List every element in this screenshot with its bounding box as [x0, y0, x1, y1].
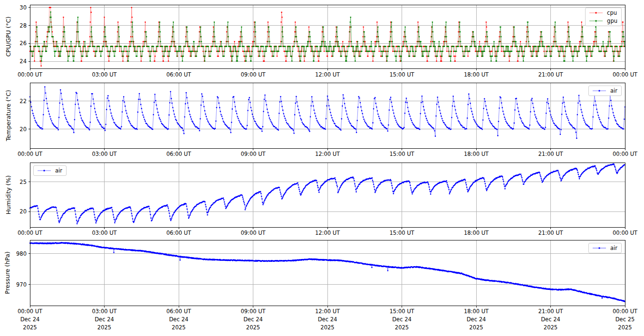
x-tick-label: 00:00 UT	[596, 230, 644, 236]
legend-line-sample	[589, 10, 603, 15]
x-tick-year-label: 2025	[225, 324, 282, 331]
y-tick-label: 26	[5, 40, 27, 47]
legend-entry-gpu: gpu	[589, 18, 617, 24]
x-tick-label: 09:00 UT	[225, 71, 282, 78]
legend-label: air	[610, 245, 617, 251]
x-tick-date-label: Dec 24	[150, 316, 207, 323]
legend-1: air	[588, 86, 622, 96]
legend-2: air	[33, 165, 67, 176]
legend-label: air	[610, 87, 617, 94]
x-tick-label: 00:00 UT	[596, 151, 644, 157]
x-tick-label: 09:00 UT	[225, 308, 282, 315]
x-tick-label: 00:00 UT	[596, 308, 644, 315]
x-tick-label: 21:00 UT	[522, 308, 579, 315]
y-tick-label: 30	[5, 4, 27, 11]
x-tick-label: 12:00 UT	[299, 71, 356, 78]
x-tick-year-label: 2025	[374, 324, 431, 331]
x-tick-year-label: 2025	[299, 324, 356, 331]
legend-entry-air: air	[592, 87, 617, 94]
x-tick-label: 15:00 UT	[374, 230, 431, 236]
x-tick-label: 03:00 UT	[76, 308, 133, 315]
x-tick-label: 06:00 UT	[150, 230, 207, 236]
x-tick-label: 18:00 UT	[448, 230, 505, 236]
x-tick-date-label: Dec 24	[225, 316, 282, 323]
x-tick-label: 21:00 UT	[522, 230, 579, 236]
figure: CPU/GPU (°C) Temperature (°C) Humidity (…	[0, 0, 644, 336]
x-tick-label: 15:00 UT	[374, 308, 431, 315]
x-tick-year-label: 2025	[1, 324, 58, 331]
legend-label: air	[55, 167, 62, 174]
x-tick-label: 06:00 UT	[150, 71, 207, 78]
y-tick-label: 28	[5, 22, 27, 29]
y-tick-label: 22	[5, 98, 27, 105]
y-tick-label: 25	[5, 179, 27, 185]
x-tick-date-label: Dec 24	[299, 316, 356, 323]
x-tick-label: 21:00 UT	[522, 151, 579, 157]
x-tick-label: 03:00 UT	[76, 151, 133, 157]
x-tick-label: 00:00 UT	[1, 151, 58, 157]
x-tick-label: 03:00 UT	[76, 230, 133, 236]
subplot-1	[29, 83, 625, 150]
subplot-3	[29, 240, 625, 307]
legend-3: air	[588, 243, 622, 253]
x-tick-label: 21:00 UT	[522, 71, 579, 78]
x-tick-label: 12:00 UT	[299, 230, 356, 236]
x-tick-label: 09:00 UT	[225, 230, 282, 236]
x-tick-label: 03:00 UT	[76, 71, 133, 78]
subplot-0	[29, 5, 625, 70]
x-tick-label: 15:00 UT	[374, 151, 431, 157]
x-tick-year-label: 2025	[76, 324, 133, 331]
x-tick-date-label: Dec 24	[374, 316, 431, 323]
legend-label: gpu	[607, 18, 617, 24]
x-tick-year-label: 2025	[448, 324, 505, 331]
x-tick-label: 09:00 UT	[225, 151, 282, 157]
x-tick-label: 00:00 UT	[1, 308, 58, 315]
x-tick-date-label: Dec 24	[1, 316, 58, 323]
x-tick-label: 15:00 UT	[374, 71, 431, 78]
y-tick-label: 980	[5, 250, 27, 257]
x-tick-label: 00:00 UT	[596, 71, 644, 78]
legend-entry-cpu: cpu	[589, 10, 617, 16]
x-tick-label: 06:00 UT	[150, 151, 207, 157]
x-tick-label: 12:00 UT	[299, 308, 356, 315]
subplot-2	[29, 163, 625, 229]
legend-line-sample	[592, 246, 606, 250]
y-tick-label: 20	[5, 126, 27, 133]
legend-entry-air: air	[592, 245, 617, 251]
legend-label: cpu	[607, 10, 617, 16]
charts-canvas	[0, 0, 644, 336]
legend-0: cpugpu	[585, 8, 622, 26]
x-tick-label: 18:00 UT	[448, 151, 505, 157]
legend-line-sample	[592, 88, 606, 93]
x-tick-date-label: Dec 24	[522, 316, 579, 323]
y-tick-label: 970	[5, 281, 27, 288]
x-tick-label: 00:00 UT	[1, 71, 58, 78]
x-tick-label: 00:00 UT	[1, 230, 58, 236]
x-tick-year-label: 2025	[522, 324, 579, 331]
x-tick-label: 06:00 UT	[150, 308, 207, 315]
x-tick-date-label: Dec 24	[76, 316, 133, 323]
legend-entry-air: air	[37, 167, 62, 174]
x-tick-year-label: 2025	[150, 324, 207, 331]
y-tick-label: 24	[5, 58, 27, 65]
x-tick-label: 12:00 UT	[299, 151, 356, 157]
x-tick-label: 18:00 UT	[448, 71, 505, 78]
x-tick-year-label: 2025	[596, 324, 644, 331]
legend-line-sample	[589, 19, 603, 23]
x-tick-date-label: Dec 24	[448, 316, 505, 323]
legend-line-sample	[37, 168, 51, 173]
x-tick-date-label: Dec 25	[596, 316, 644, 323]
x-tick-label: 18:00 UT	[448, 308, 505, 315]
y-tick-label: 20	[5, 208, 27, 215]
